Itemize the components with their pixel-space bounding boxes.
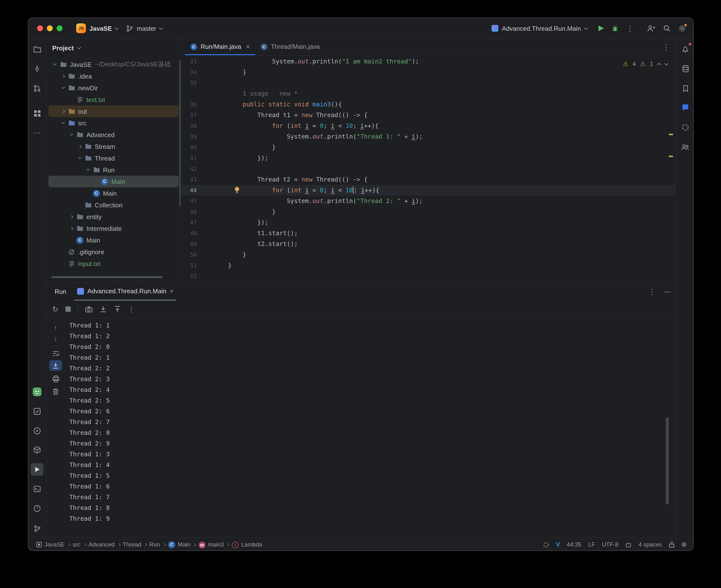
- line-number[interactable]: 36: [182, 99, 197, 110]
- code-line[interactable]: 41 });: [182, 153, 676, 164]
- code-line[interactable]: 36 public static void main3(){: [182, 99, 676, 110]
- clear-console-button[interactable]: [49, 386, 62, 397]
- chevron-right-icon[interactable]: [78, 145, 82, 148]
- inspections-widget[interactable]: ⚠ 4 ⚠ 1: [623, 61, 668, 67]
- tree-item-collection[interactable]: Collection: [48, 199, 179, 211]
- ai-assistant-tool-button[interactable]: [31, 385, 43, 398]
- code-line[interactable]: 35: [182, 78, 676, 88]
- code-line[interactable]: 42: [182, 164, 676, 174]
- scroll-to-end-button[interactable]: [49, 360, 62, 371]
- services-tool-button[interactable]: [31, 424, 43, 437]
- line-number[interactable]: 44: [182, 185, 197, 196]
- chevron-right-icon[interactable]: [62, 109, 65, 113]
- tree-item-run[interactable]: Run: [48, 164, 179, 176]
- tree-item-advanced[interactable]: Advanced: [48, 129, 179, 141]
- code-line[interactable]: 40 }: [182, 142, 676, 153]
- code-line[interactable]: 45 System.out.println("Thread 2: " + i);: [182, 196, 676, 206]
- terminal-tool-button[interactable]: [31, 483, 43, 495]
- commit-tool-button[interactable]: [31, 62, 43, 75]
- soft-wrap-button[interactable]: [49, 348, 62, 359]
- breadcrumb-src[interactable]: src: [73, 541, 81, 548]
- git-tool-button[interactable]: [31, 522, 43, 535]
- line-number[interactable]: 50: [182, 249, 197, 260]
- indent-setting[interactable]: 4 spaces: [639, 541, 662, 548]
- tree-item-thread[interactable]: Thread: [48, 152, 179, 164]
- tree-item-stream[interactable]: Stream: [48, 141, 179, 152]
- chevron-down-icon[interactable]: [62, 121, 65, 124]
- breadcrumb-run[interactable]: Run: [149, 541, 160, 548]
- line-number[interactable]: 42: [182, 164, 197, 174]
- tab-thread-main-java[interactable]: C Thread/Main.java: [255, 39, 325, 55]
- notifications-button[interactable]: [679, 43, 692, 56]
- console-output[interactable]: Thread 1: 1Thread 1: 2Thread 2: 0Thread …: [69, 320, 656, 537]
- code-line[interactable]: 48 t1.start();: [182, 228, 676, 238]
- close-window-button[interactable]: [37, 25, 43, 31]
- screenshot-button[interactable]: [85, 306, 92, 313]
- tree-item-main[interactable]: CMain: [48, 234, 179, 246]
- rerun-button[interactable]: ↻: [52, 305, 58, 314]
- chevron-down-icon[interactable]: [53, 62, 57, 65]
- minimize-window-button[interactable]: [47, 25, 53, 31]
- code-line[interactable]: 34 }: [182, 67, 676, 78]
- openai-tool-button[interactable]: [679, 121, 692, 134]
- line-number[interactable]: 39: [182, 131, 197, 142]
- code-line[interactable]: 37 Thread t1 = new Thread(() -> {: [182, 110, 676, 121]
- chevron-right-icon[interactable]: [62, 75, 65, 78]
- run-tool-button[interactable]: [31, 463, 43, 476]
- settings-button[interactable]: [678, 24, 686, 33]
- tree-item-src[interactable]: src: [48, 117, 179, 129]
- run-config-widget[interactable]: Advanced.Thread.Run.Main: [488, 21, 591, 36]
- tree-item-newdir[interactable]: newDir: [48, 82, 179, 94]
- line-number[interactable]: 51: [182, 260, 197, 271]
- chevron-down-icon[interactable]: [86, 167, 90, 171]
- pull-requests-tool-button[interactable]: [31, 82, 43, 94]
- next-problem-button[interactable]: [664, 61, 668, 65]
- breadcrumb-javase[interactable]: JavaSE: [36, 541, 65, 548]
- more-tools-button[interactable]: ⋯: [31, 126, 43, 139]
- branch-widget[interactable]: master: [122, 21, 166, 36]
- statusbar-plugin-icon[interactable]: [625, 541, 632, 548]
- code-line[interactable]: 39 System.out.println("Thread 1: " + i);: [182, 131, 676, 142]
- tree-item-out[interactable]: out: [48, 105, 179, 117]
- code-line[interactable]: 44 for (int i = 0; i < 10; i++){: [182, 185, 676, 196]
- close-icon[interactable]: ×: [246, 43, 250, 50]
- project-scrollbar-vertical[interactable]: [179, 60, 181, 206]
- v-plugin-icon[interactable]: V: [556, 541, 560, 548]
- run-button[interactable]: [598, 25, 604, 31]
- export-button[interactable]: [114, 306, 121, 313]
- tree-item--idea[interactable]: .idea: [48, 70, 179, 82]
- console-scrollbar[interactable]: [666, 417, 669, 505]
- code-line[interactable]: 50 }: [182, 249, 676, 260]
- chevron-down-icon[interactable]: [78, 156, 82, 159]
- line-number[interactable]: 41: [182, 153, 197, 164]
- code-line[interactable]: 51}: [182, 260, 676, 271]
- hide-panel-button[interactable]: —: [664, 288, 671, 295]
- tree-item-main[interactable]: CMain: [48, 187, 179, 199]
- line-number[interactable]: [182, 88, 197, 99]
- up-stack-trace-button[interactable]: ↑: [49, 322, 62, 333]
- chevron-down-icon[interactable]: [62, 85, 65, 89]
- lock-icon[interactable]: [669, 541, 675, 548]
- line-number[interactable]: 34: [182, 67, 197, 78]
- line-number[interactable]: 49: [182, 238, 197, 249]
- tree-item-main[interactable]: CMain: [48, 176, 179, 187]
- file-encoding[interactable]: UTF-8: [602, 541, 618, 548]
- close-icon[interactable]: ×: [170, 288, 173, 295]
- line-number[interactable]: 47: [182, 217, 197, 228]
- line-number[interactable]: 38: [182, 121, 197, 131]
- problems-tool-button[interactable]: [31, 502, 43, 515]
- code-line[interactable]: 49 t2.start();: [182, 238, 676, 249]
- run-panel-more-button[interactable]: ⋮: [648, 288, 656, 295]
- ai-status-icon[interactable]: [543, 541, 549, 548]
- tree-item-text-txt[interactable]: text.txt: [48, 94, 179, 105]
- chevron-down-icon[interactable]: [70, 132, 73, 136]
- line-number[interactable]: 46: [182, 206, 197, 217]
- breadcrumb-lambda[interactable]: λLambda: [232, 541, 262, 548]
- code-line[interactable]: 38 for (int i = 0; i < 10; i++){: [182, 121, 676, 131]
- add-user-button[interactable]: [647, 24, 656, 32]
- breadcrumb-main[interactable]: CMain: [168, 541, 191, 548]
- stop-button[interactable]: [65, 307, 70, 312]
- line-number[interactable]: 40: [182, 142, 197, 153]
- warning-stripe-mark[interactable]: [669, 156, 673, 157]
- code-line[interactable]: 47 });: [182, 217, 676, 228]
